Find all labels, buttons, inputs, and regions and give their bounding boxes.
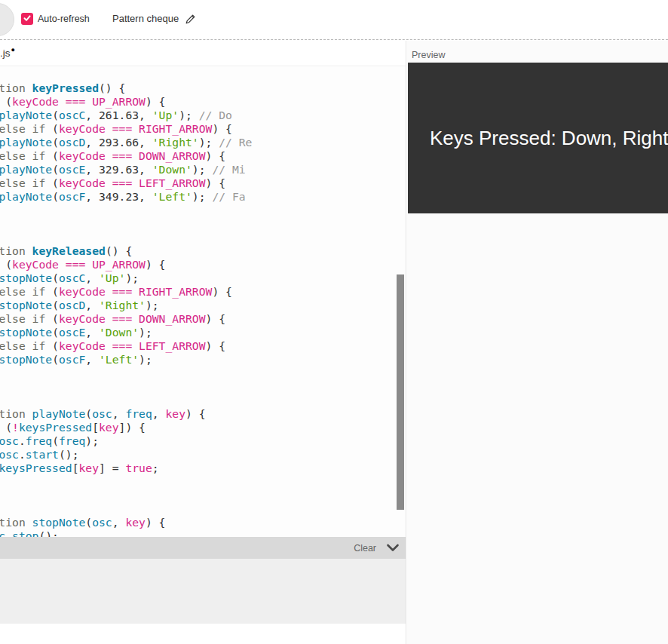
file-tab-bar: .js● [0,41,406,66]
top-toolbar: Auto-refresh Pattern cheque [0,0,668,40]
tab-sketch-js[interactable]: .js● [0,46,15,59]
code-editor-lines: function keyPressed() { if (keyCode === … [0,67,406,537]
code-line: stopNote(oscF, 'Left'); [0,353,406,366]
code-line: if (keyCode === UP_ARROW) { [0,258,406,271]
code-line: stopNote(oscC, 'Up'); [0,271,406,285]
code-line: } else if (keyCode === DOWN_ARROW) { [0,149,406,163]
code-line [0,231,406,244]
code-line: function stopNote(osc, key) { [0,516,406,529]
code-line: keysPressed[key] = true; [0,462,406,475]
editor-scrollbar-thumb[interactable] [397,274,404,510]
code-line [0,502,406,516]
code-line: } else if (keyCode === RIGHT_ARROW) { [0,122,406,136]
code-line: } [0,204,406,217]
console-collapse-button[interactable] [385,543,400,554]
code-line: } [0,217,406,231]
checkmark-icon [23,12,32,26]
code-line: osc.start(); [0,448,406,462]
edit-pencil-icon[interactable] [185,14,196,24]
code-line: } [0,380,406,394]
code-line: if (keyCode === UP_ARROW) { [0,95,406,109]
code-line: function keyPressed() { [0,81,406,95]
console-clear-button[interactable]: Clear [354,543,376,554]
sketch-canvas: Keys Pressed: Down, Right, L [408,63,668,213]
console-output-area [0,559,406,624]
code-line: } else if (keyCode === LEFT_ARROW) { [0,339,406,353]
code-line: function playNote(osc, freq, key) { [0,407,406,421]
chevron-down-icon [385,543,400,554]
auto-refresh-checkbox[interactable] [21,13,33,25]
code-line: } else if (keyCode === LEFT_ARROW) { [0,176,406,190]
code-line: stopNote(oscD, 'Right'); [0,299,406,312]
code-line: playNote(oscC, 261.63, 'Up'); // Do [0,109,406,122]
code-line: function keyReleased() { [0,244,406,258]
code-line: osc.stop(); [0,529,406,537]
code-line: playNote(oscE, 329.63, 'Down'); // Mi [0,163,406,176]
code-line: } [0,475,406,489]
console-header-bar: Clear [0,537,406,559]
project-name: Pattern cheque [112,13,179,24]
project-title-group: Pattern cheque [112,13,196,24]
code-line: playNote(oscF, 349.23, 'Left'); // Fa [0,190,406,204]
unsaved-indicator-dot: ● [11,46,15,54]
code-line [0,394,406,407]
code-line: } [0,489,406,502]
code-editor[interactable]: function keyPressed() { if (keyCode === … [0,67,406,537]
code-line: } else if (keyCode === DOWN_ARROW) { [0,312,406,326]
preview-pane: Preview Keys Pressed: Down, Right, L [407,41,668,644]
tab-label: .js [0,48,11,59]
code-line: stopNote(oscE, 'Down'); [0,326,406,339]
canvas-text: Keys Pressed: Down, Right, L [430,127,668,150]
editor-pane: .js● function keyPressed() { if (keyCode… [0,41,406,644]
round-toolbar-button[interactable] [0,3,14,36]
code-line: if (!keysPressed[key]) { [0,421,406,434]
code-line: osc.freq(freq); [0,434,406,448]
code-line: playNote(oscD, 293.66, 'Right'); // Re [0,136,406,149]
code-line: } else if (keyCode === RIGHT_ARROW) { [0,285,406,299]
auto-refresh-label[interactable]: Auto-refresh [38,14,90,24]
code-line: } [0,366,406,380]
preview-header-label: Preview [407,41,668,60]
